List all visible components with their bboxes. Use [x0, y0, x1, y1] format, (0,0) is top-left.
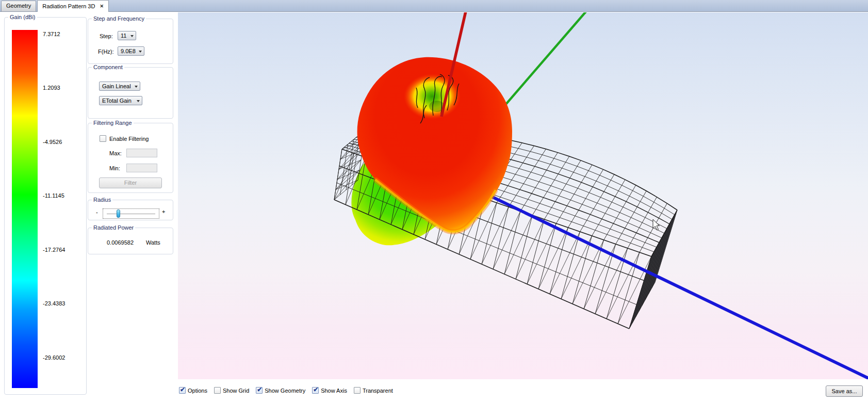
step-value: 11	[121, 33, 126, 39]
radius-groupbox: Radius - +	[88, 200, 173, 220]
min-input[interactable]	[126, 164, 157, 172]
save-as-button-label: Save as...	[832, 388, 857, 394]
show-grid-checkbox[interactable]	[214, 387, 221, 394]
gain-tick-label: -17.2764	[43, 247, 84, 253]
gain-scale-groupbox: Gain (dBi) 7.3712 1.2093 -4.9526 -11.114…	[4, 17, 87, 395]
show-geometry-checkbox[interactable]	[256, 387, 263, 394]
show-axis-checkbox-row[interactable]: Show Axis	[312, 387, 347, 394]
mouse-cursor	[653, 219, 660, 230]
radius-slider-track	[107, 214, 155, 214]
transparent-checkbox-row[interactable]: Transparent	[354, 387, 393, 394]
component-title: Component	[92, 64, 124, 70]
transparent-checkbox[interactable]	[354, 387, 361, 394]
step-frequency-groupbox: Step and Frequency Step: 11 F(Hz): 9.0E8	[88, 19, 173, 64]
show-geometry-checkbox-row[interactable]: Show Geometry	[256, 387, 305, 394]
gain-colorbar	[12, 30, 38, 388]
radius-decrease-label[interactable]: -	[96, 209, 98, 215]
filter-button[interactable]: Filter	[99, 178, 162, 188]
tab-radiation-pattern-3d[interactable]: Radiation Pattern 3D ✕	[37, 0, 109, 12]
component-groupbox: Component Gain Lineal ETotal Gain	[88, 67, 173, 119]
gain-tick-label: 1.2093	[43, 85, 84, 91]
viewport-options-bar: Options Show Grid Show Geometry Show Axi…	[179, 386, 393, 394]
tab-geometry-label: Geometry	[6, 3, 31, 9]
radius-title: Radius	[92, 197, 112, 203]
show-grid-checkbox-row[interactable]: Show Grid	[214, 387, 249, 394]
enable-filtering-label: Enable Filtering	[109, 136, 149, 142]
transparent-label: Transparent	[363, 388, 393, 394]
frequency-value: 9.0E8	[121, 48, 136, 54]
component-primary-value: Gain Lineal	[102, 83, 131, 89]
gain-tick-label: -29.6002	[43, 354, 84, 361]
min-label: Min:	[109, 165, 120, 171]
step-label: Step:	[100, 33, 113, 39]
max-label: Max:	[109, 150, 122, 156]
pattern-null-dimple	[404, 74, 461, 119]
step-dropdown[interactable]: 11	[118, 31, 136, 40]
filtering-range-title: Filtering Range	[92, 120, 134, 126]
frequency-label: F(Hz):	[98, 49, 114, 55]
close-tab-icon[interactable]: ✕	[100, 4, 104, 9]
gain-scale-title: Gain (dBi)	[8, 14, 37, 20]
radiated-power-title: Radiated Power	[92, 224, 135, 231]
gain-tick-label: -11.1145	[43, 192, 84, 199]
radius-slider-thumb[interactable]	[117, 209, 120, 218]
options-checkbox-row[interactable]: Options	[179, 387, 207, 394]
gain-tick-label: -23.4383	[43, 300, 84, 307]
show-geometry-label: Show Geometry	[265, 388, 305, 394]
step-frequency-title: Step and Frequency	[92, 15, 146, 22]
tab-bar: Geometry Radiation Pattern 3D ✕	[0, 0, 868, 12]
filtering-range-groupbox: Filtering Range Enable Filtering Max: Mi…	[88, 123, 173, 193]
gain-tick-label: -4.9526	[43, 139, 84, 145]
max-input[interactable]	[126, 149, 157, 157]
enable-filtering-checkbox[interactable]	[100, 135, 106, 142]
show-axis-checkbox[interactable]	[312, 387, 319, 394]
component-primary-dropdown[interactable]: Gain Lineal	[99, 82, 140, 91]
radius-slider[interactable]	[103, 208, 159, 219]
gain-tick-label: 7.3712	[43, 31, 84, 37]
radiation-pattern-canvas[interactable]	[178, 12, 868, 379]
radius-increase-label[interactable]: +	[162, 208, 165, 215]
frequency-dropdown[interactable]: 9.0E8	[118, 46, 144, 56]
show-grid-label: Show Grid	[223, 388, 249, 394]
component-secondary-value: ETotal Gain	[102, 98, 132, 104]
viewport-3d[interactable]	[178, 12, 868, 379]
component-secondary-dropdown[interactable]: ETotal Gain	[99, 96, 142, 105]
radiated-power-groupbox: Radiated Power 0.0069582 Watts	[88, 228, 173, 254]
options-checkbox[interactable]	[179, 387, 186, 394]
show-axis-label: Show Axis	[321, 388, 347, 394]
tab-geometry[interactable]: Geometry	[1, 1, 36, 11]
radiated-power-value: 0.0069582	[107, 239, 134, 246]
filter-button-label: Filter	[124, 180, 137, 186]
radiated-power-unit: Watts	[146, 239, 160, 246]
tab-radiation-label: Radiation Pattern 3D	[42, 2, 95, 11]
save-as-button[interactable]: Save as...	[826, 385, 863, 397]
options-label: Options	[188, 388, 207, 394]
blue-axis	[463, 183, 868, 379]
